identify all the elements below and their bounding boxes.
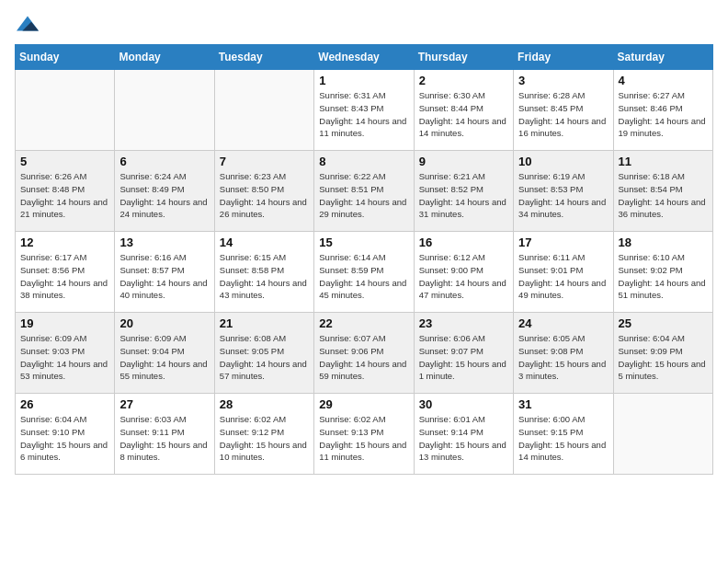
day-number: 23: [419, 316, 508, 330]
day-number: 15: [319, 236, 408, 249]
day-number: 6: [119, 155, 209, 168]
logo-text: [15, 15, 39, 37]
calendar-cell: 15Sunrise: 6:14 AM Sunset: 8:59 PM Dayli…: [314, 232, 414, 313]
calendar-cell: 19Sunrise: 6:09 AM Sunset: 9:03 PM Dayli…: [16, 313, 115, 394]
day-info: Sunrise: 6:16 AM Sunset: 8:57 PM Dayligh…: [119, 251, 209, 302]
day-number: 27: [119, 397, 209, 411]
calendar-cell: 11Sunrise: 6:18 AM Sunset: 8:54 PM Dayli…: [613, 151, 712, 232]
day-info: Sunrise: 6:17 AM Sunset: 8:56 PM Dayligh…: [20, 251, 109, 302]
day-info: Sunrise: 6:02 AM Sunset: 9:12 PM Dayligh…: [220, 413, 309, 464]
day-info: Sunrise: 6:23 AM Sunset: 8:50 PM Dayligh…: [220, 170, 309, 221]
day-number: 29: [319, 397, 408, 411]
day-number: 17: [518, 236, 608, 249]
day-info: Sunrise: 6:04 AM Sunset: 9:10 PM Dayligh…: [20, 413, 109, 464]
day-info: Sunrise: 6:26 AM Sunset: 8:48 PM Dayligh…: [20, 170, 109, 221]
logo: [15, 15, 39, 33]
calendar-cell: 7Sunrise: 6:23 AM Sunset: 8:50 PM Daylig…: [214, 151, 313, 232]
day-number: 1: [319, 74, 408, 87]
calendar-cell: 24Sunrise: 6:05 AM Sunset: 9:08 PM Dayli…: [514, 313, 613, 394]
calendar-cell: 2Sunrise: 6:30 AM Sunset: 8:44 PM Daylig…: [414, 70, 513, 151]
calendar-cell: 3Sunrise: 6:28 AM Sunset: 8:45 PM Daylig…: [514, 70, 613, 151]
day-number: 24: [518, 316, 608, 330]
calendar-cell: [613, 394, 712, 475]
day-number: 10: [518, 155, 608, 168]
day-number: 2: [419, 74, 508, 87]
day-number: 28: [220, 397, 309, 411]
day-number: 11: [619, 155, 708, 168]
day-info: Sunrise: 6:00 AM Sunset: 9:15 PM Dayligh…: [518, 413, 608, 464]
calendar-cell: [115, 70, 214, 151]
day-number: 12: [20, 236, 109, 249]
day-info: Sunrise: 6:05 AM Sunset: 9:08 PM Dayligh…: [518, 332, 608, 383]
weekday-header-wednesday: Wednesday: [314, 45, 414, 70]
calendar-cell: 13Sunrise: 6:16 AM Sunset: 8:57 PM Dayli…: [115, 232, 214, 313]
day-info: Sunrise: 6:08 AM Sunset: 9:05 PM Dayligh…: [220, 332, 309, 383]
day-number: 7: [220, 155, 309, 168]
day-info: Sunrise: 6:22 AM Sunset: 8:51 PM Dayligh…: [319, 170, 408, 221]
calendar-cell: 6Sunrise: 6:24 AM Sunset: 8:49 PM Daylig…: [115, 151, 214, 232]
day-info: Sunrise: 6:18 AM Sunset: 8:54 PM Dayligh…: [619, 170, 708, 221]
weekday-header-monday: Monday: [115, 45, 214, 70]
day-number: 26: [20, 397, 109, 411]
calendar-cell: 4Sunrise: 6:27 AM Sunset: 8:46 PM Daylig…: [613, 70, 712, 151]
calendar-cell: [16, 70, 115, 151]
weekday-header-saturday: Saturday: [613, 45, 712, 70]
day-number: 5: [20, 155, 109, 168]
day-info: Sunrise: 6:15 AM Sunset: 8:58 PM Dayligh…: [220, 251, 309, 302]
day-number: 4: [619, 74, 708, 87]
calendar-cell: 12Sunrise: 6:17 AM Sunset: 8:56 PM Dayli…: [16, 232, 115, 313]
day-info: Sunrise: 6:09 AM Sunset: 9:03 PM Dayligh…: [20, 332, 109, 383]
day-info: Sunrise: 6:12 AM Sunset: 9:00 PM Dayligh…: [419, 251, 508, 302]
day-number: 31: [518, 397, 608, 411]
day-number: 30: [419, 397, 508, 411]
day-info: Sunrise: 6:03 AM Sunset: 9:11 PM Dayligh…: [119, 413, 209, 464]
calendar-cell: 29Sunrise: 6:02 AM Sunset: 9:13 PM Dayli…: [314, 394, 414, 475]
calendar-cell: 31Sunrise: 6:00 AM Sunset: 9:15 PM Dayli…: [514, 394, 613, 475]
day-number: 21: [220, 316, 309, 330]
day-info: Sunrise: 6:31 AM Sunset: 8:43 PM Dayligh…: [319, 89, 408, 140]
day-info: Sunrise: 6:06 AM Sunset: 9:07 PM Dayligh…: [419, 332, 508, 383]
calendar-cell: 18Sunrise: 6:10 AM Sunset: 9:02 PM Dayli…: [613, 232, 712, 313]
calendar-cell: 17Sunrise: 6:11 AM Sunset: 9:01 PM Dayli…: [514, 232, 613, 313]
calendar-cell: 10Sunrise: 6:19 AM Sunset: 8:53 PM Dayli…: [514, 151, 613, 232]
calendar-cell: 14Sunrise: 6:15 AM Sunset: 8:58 PM Dayli…: [214, 232, 313, 313]
day-info: Sunrise: 6:09 AM Sunset: 9:04 PM Dayligh…: [119, 332, 209, 383]
weekday-header-tuesday: Tuesday: [214, 45, 313, 70]
day-info: Sunrise: 6:27 AM Sunset: 8:46 PM Dayligh…: [619, 89, 708, 140]
calendar-cell: 27Sunrise: 6:03 AM Sunset: 9:11 PM Dayli…: [115, 394, 214, 475]
calendar-cell: 25Sunrise: 6:04 AM Sunset: 9:09 PM Dayli…: [613, 313, 712, 394]
calendar-cell: 30Sunrise: 6:01 AM Sunset: 9:14 PM Dayli…: [414, 394, 513, 475]
calendar-table: SundayMondayTuesdayWednesdayThursdayFrid…: [15, 44, 713, 475]
calendar-cell: 26Sunrise: 6:04 AM Sunset: 9:10 PM Dayli…: [16, 394, 115, 475]
day-number: 8: [319, 155, 408, 168]
calendar-cell: 21Sunrise: 6:08 AM Sunset: 9:05 PM Dayli…: [214, 313, 313, 394]
calendar-cell: 28Sunrise: 6:02 AM Sunset: 9:12 PM Dayli…: [214, 394, 313, 475]
day-info: Sunrise: 6:01 AM Sunset: 9:14 PM Dayligh…: [419, 413, 508, 464]
day-info: Sunrise: 6:02 AM Sunset: 9:13 PM Dayligh…: [319, 413, 408, 464]
day-info: Sunrise: 6:04 AM Sunset: 9:09 PM Dayligh…: [619, 332, 708, 383]
day-info: Sunrise: 6:11 AM Sunset: 9:01 PM Dayligh…: [518, 251, 608, 302]
day-info: Sunrise: 6:30 AM Sunset: 8:44 PM Dayligh…: [419, 89, 508, 140]
weekday-header-thursday: Thursday: [414, 45, 513, 70]
day-number: 16: [419, 236, 508, 249]
day-number: 22: [319, 316, 408, 330]
day-number: 25: [619, 316, 708, 330]
weekday-header-sunday: Sunday: [16, 45, 115, 70]
calendar-cell: 16Sunrise: 6:12 AM Sunset: 9:00 PM Dayli…: [414, 232, 513, 313]
day-number: 20: [119, 316, 209, 330]
page-header: [15, 15, 713, 33]
day-number: 3: [518, 74, 608, 87]
day-number: 19: [20, 316, 109, 330]
calendar-cell: [214, 70, 313, 151]
day-info: Sunrise: 6:28 AM Sunset: 8:45 PM Dayligh…: [518, 89, 608, 140]
calendar-cell: 22Sunrise: 6:07 AM Sunset: 9:06 PM Dayli…: [314, 313, 414, 394]
day-info: Sunrise: 6:19 AM Sunset: 8:53 PM Dayligh…: [518, 170, 608, 221]
day-number: 14: [220, 236, 309, 249]
day-info: Sunrise: 6:24 AM Sunset: 8:49 PM Dayligh…: [119, 170, 209, 221]
day-info: Sunrise: 6:21 AM Sunset: 8:52 PM Dayligh…: [419, 170, 508, 221]
calendar-cell: 23Sunrise: 6:06 AM Sunset: 9:07 PM Dayli…: [414, 313, 513, 394]
day-info: Sunrise: 6:14 AM Sunset: 8:59 PM Dayligh…: [319, 251, 408, 302]
calendar-cell: 20Sunrise: 6:09 AM Sunset: 9:04 PM Dayli…: [115, 313, 214, 394]
day-number: 18: [619, 236, 708, 249]
calendar-cell: 5Sunrise: 6:26 AM Sunset: 8:48 PM Daylig…: [16, 151, 115, 232]
